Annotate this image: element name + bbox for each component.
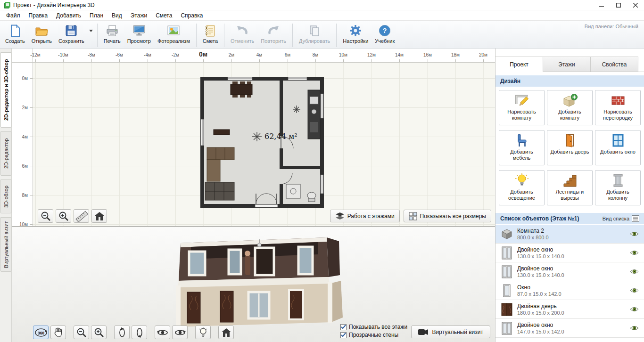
close-button[interactable] bbox=[627, 0, 644, 10]
ruler-icon bbox=[75, 211, 88, 222]
pan-hand-button[interactable] bbox=[50, 326, 66, 339]
menu-help[interactable]: Справка bbox=[176, 11, 207, 20]
open-button[interactable]: Открыть bbox=[28, 22, 55, 45]
viewer-3d[interactable]: 360 bbox=[12, 227, 495, 342]
tilt-up-button[interactable] bbox=[114, 326, 130, 339]
panel-view-label: Вид панели: bbox=[585, 24, 614, 29]
tab-2d-and-3d-label: 2D-редактор и 3D-обзор bbox=[3, 59, 9, 121]
zoom-in-button-3d[interactable] bbox=[91, 326, 107, 339]
ruler-h-label: 14м bbox=[395, 52, 404, 57]
zoom-in-button-2d[interactable] bbox=[56, 209, 71, 223]
list-view-switcher[interactable]: Вид списка bbox=[603, 215, 639, 222]
visibility-eye-icon[interactable] bbox=[628, 250, 640, 256]
list-item-window[interactable]: Окно 87.0 x 15.0 x 142.0 bbox=[495, 281, 644, 300]
draw-room-button[interactable]: Нарисовать комнату bbox=[499, 90, 545, 125]
design-section-header: Дизайн bbox=[495, 75, 644, 87]
ruler-h-label: 6м bbox=[285, 52, 290, 57]
orbit-left-icon bbox=[157, 328, 168, 337]
menu-plan[interactable]: План bbox=[85, 11, 107, 20]
tilt-down-button[interactable] bbox=[132, 326, 147, 339]
preview-button[interactable]: Просмотр bbox=[124, 22, 154, 45]
fit-home-button-2d[interactable] bbox=[91, 209, 107, 223]
draw-partition-button[interactable]: Нарисовать перегородку bbox=[595, 90, 641, 125]
canvas-2d[interactable]: 62,44 м² Р bbox=[33, 63, 495, 227]
buttons-2d-right: Работа с этажами Показывать все размеры bbox=[330, 210, 491, 222]
add-window-button[interactable]: Добавить окно bbox=[595, 130, 641, 165]
show-sizes-button[interactable]: Показывать все размеры bbox=[404, 210, 491, 222]
stairs-cutouts-button[interactable]: Лестницы и вырезы bbox=[547, 170, 593, 205]
menu-view[interactable]: Вид bbox=[107, 11, 126, 20]
add-room-button[interactable]: Добавить комнату bbox=[547, 90, 593, 125]
orbit-left-button[interactable] bbox=[155, 326, 170, 339]
save-button[interactable]: Сохранить bbox=[55, 22, 88, 45]
fit-home-button-3d[interactable] bbox=[218, 326, 234, 339]
lighting-button[interactable] bbox=[195, 326, 211, 339]
ruler-h-label: 18м bbox=[451, 52, 460, 57]
tab-properties[interactable]: Свойства bbox=[591, 57, 638, 72]
draw-partition-label: Нарисовать перегородку bbox=[595, 109, 640, 121]
virtual-visit-button[interactable]: Виртуальный визит bbox=[411, 326, 490, 338]
zoom-out-button-3d[interactable] bbox=[74, 326, 89, 339]
tab-2d-editor[interactable]: 2D-редактор bbox=[0, 131, 11, 176]
draw-room-icon bbox=[514, 93, 530, 107]
visibility-eye-icon[interactable] bbox=[628, 306, 640, 312]
add-lighting-button[interactable]: Добавить освещение bbox=[499, 170, 545, 205]
tab-floors[interactable]: Этажи bbox=[543, 57, 591, 72]
ruler-h-label: 12м bbox=[367, 52, 376, 57]
panel-view-value-link[interactable]: Обычный bbox=[615, 24, 638, 29]
checkbox-checked-icon bbox=[340, 332, 347, 338]
menu-edit[interactable]: Правка bbox=[25, 11, 52, 20]
minimize-button[interactable] bbox=[593, 0, 610, 10]
object-list: Комната 2 800.0 x 800.0 Двойное окно 130… bbox=[495, 225, 644, 342]
list-item-double-window[interactable]: Двойное окно 130.0 x 15.0 x 140.0 bbox=[495, 244, 644, 262]
visibility-eye-icon[interactable] bbox=[628, 325, 640, 331]
menu-floors[interactable]: Этажи bbox=[126, 11, 151, 20]
zoom-out-button-2d[interactable] bbox=[38, 209, 53, 223]
measure-button[interactable] bbox=[74, 209, 89, 223]
add-furniture-button[interactable]: Добавить мебель bbox=[499, 130, 545, 165]
visibility-eye-icon[interactable] bbox=[628, 287, 640, 293]
visibility-eye-icon[interactable] bbox=[628, 269, 640, 275]
tutorial-button[interactable]: ? Учебник bbox=[372, 22, 398, 45]
print-button[interactable]: Печать bbox=[100, 22, 124, 45]
list-item-double-window[interactable]: Двойное окно 130.0 x 15.0 x 140.0 bbox=[495, 262, 644, 281]
menu-file[interactable]: Файл bbox=[2, 11, 25, 20]
list-view-label: Вид списка bbox=[603, 216, 629, 221]
zoom-in-icon bbox=[93, 327, 105, 338]
maximize-button[interactable] bbox=[610, 0, 627, 10]
transparent-walls-checkbox[interactable]: Прозрачные стены bbox=[340, 332, 407, 338]
tab-2d-and-3d[interactable]: 2D-редактор и 3D-обзор bbox=[0, 52, 11, 128]
notebook-icon bbox=[204, 24, 217, 37]
visibility-eye-icon[interactable] bbox=[628, 231, 640, 237]
double-window-icon bbox=[499, 322, 514, 335]
show-all-floors-label: Показывать все этажи bbox=[349, 324, 407, 330]
chair-icon bbox=[514, 133, 530, 147]
list-item-double-window[interactable]: Двойное окно 147.0 x 15.0 x 142.0 bbox=[495, 319, 644, 338]
menubar: Файл Правка Добавить План Вид Этажи Смет… bbox=[0, 10, 644, 21]
list-item-room[interactable]: Комната 2 800.0 x 800.0 bbox=[495, 225, 644, 244]
add-column-button[interactable]: Добавить колонну bbox=[595, 170, 641, 205]
titlebar: Проект - Дизайн Интерьера 3D bbox=[0, 0, 644, 10]
home-icon bbox=[94, 211, 105, 221]
show-all-floors-checkbox[interactable]: Показывать все этажи bbox=[340, 324, 407, 330]
photorealism-button[interactable]: Фотореализм bbox=[154, 22, 193, 45]
orbit-right-button[interactable] bbox=[172, 326, 188, 339]
menu-estimate[interactable]: Смета bbox=[151, 11, 176, 20]
add-door-button[interactable]: Добавить дверь bbox=[547, 130, 593, 165]
tab-3d-view[interactable]: 3D-обзор bbox=[0, 179, 11, 213]
open-folder-icon bbox=[35, 24, 48, 37]
ruler-h-label: 20м bbox=[479, 52, 487, 57]
estimate-button[interactable]: Смета bbox=[199, 22, 221, 45]
tab-virtual-visit[interactable]: Виртуальный визит bbox=[0, 217, 11, 272]
list-item-double-door[interactable]: Двойная дверь 180.0 x 15.0 x 200.0 bbox=[495, 300, 644, 319]
menu-add[interactable]: Добавить bbox=[52, 11, 85, 20]
save-dropdown-button[interactable] bbox=[88, 30, 94, 32]
ruler-v-label: 2м bbox=[22, 105, 28, 110]
object-name: Окно bbox=[517, 284, 628, 291]
settings-button[interactable]: Настройки bbox=[339, 22, 372, 45]
floors-work-button[interactable]: Работа с этажами bbox=[330, 210, 400, 222]
rotate-360-button[interactable]: 360 bbox=[33, 326, 49, 339]
new-button[interactable]: Создать bbox=[2, 22, 28, 45]
photorealism-label: Фотореализм bbox=[157, 38, 190, 44]
tab-project[interactable]: Проект bbox=[495, 57, 543, 72]
